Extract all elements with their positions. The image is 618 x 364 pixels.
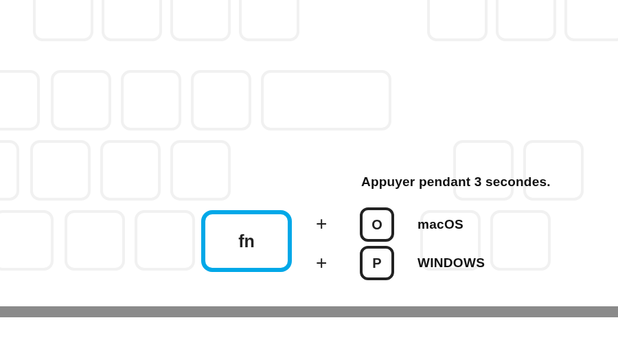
key-o: O (360, 207, 394, 242)
bg-key (453, 140, 514, 201)
bg-key (523, 140, 584, 201)
bg-key (170, 0, 231, 41)
separator-strip (0, 306, 618, 317)
bg-key (170, 140, 231, 201)
bg-key (30, 140, 91, 201)
key-p: P (360, 246, 394, 280)
bg-key (261, 70, 391, 130)
bg-key (427, 0, 488, 41)
bg-key (51, 70, 111, 130)
bg-key (0, 70, 40, 130)
instruction-text: Appuyer pendant 3 secondes. (361, 174, 551, 190)
fn-key: fn (201, 210, 292, 272)
plus-icon: + (316, 253, 327, 273)
bg-key (239, 0, 299, 41)
plus-icon: + (316, 214, 327, 234)
bg-key (0, 140, 19, 201)
bg-key (102, 0, 162, 41)
bg-key (135, 210, 195, 271)
bg-key (100, 140, 161, 201)
bg-key (496, 0, 556, 41)
os-label-windows: WINDOWS (417, 255, 485, 271)
os-label-macos: macOS (417, 217, 464, 232)
bg-key (490, 210, 551, 271)
bg-key (0, 210, 54, 271)
bg-key (564, 0, 618, 41)
bg-key (65, 210, 125, 271)
bg-key (121, 70, 181, 130)
bg-key (191, 70, 251, 130)
bg-key (33, 0, 93, 41)
